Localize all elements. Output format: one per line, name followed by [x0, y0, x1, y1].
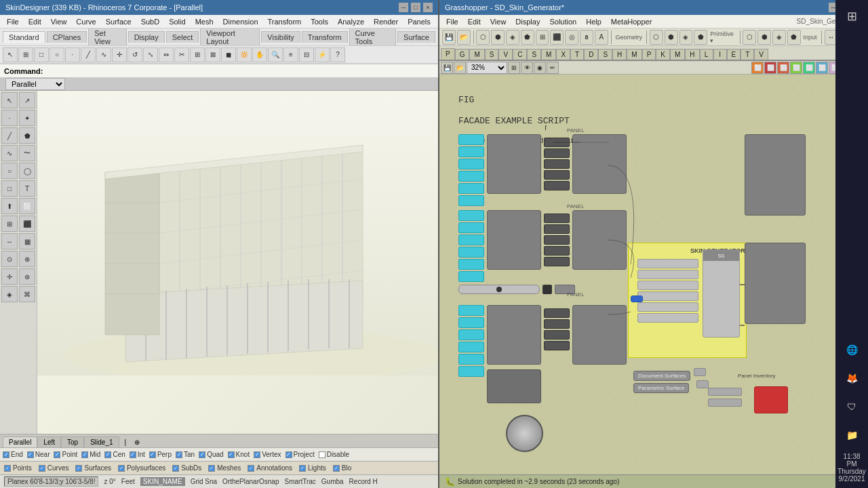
- gh-fit-view[interactable]: ⊞: [508, 62, 520, 74]
- tab-P[interactable]: P: [441, 48, 455, 60]
- gh-port-node3[interactable]: [458, 366, 484, 377]
- snap-perp-check[interactable]: ✓: [149, 451, 156, 458]
- gh-geom2[interactable]: ⬢: [491, 30, 505, 45]
- tab-V2[interactable]: V: [754, 49, 768, 60]
- tool-bolt[interactable]: ⚡: [315, 47, 330, 62]
- snap-tan-check[interactable]: ✓: [176, 451, 182, 458]
- slider-node-1[interactable]: [542, 285, 552, 294]
- rhino-window-controls[interactable]: ─ □ ×: [399, 3, 433, 12]
- tab-M4[interactable]: M: [670, 49, 685, 60]
- left-tool-gcon[interactable]: ⌘: [19, 286, 35, 302]
- tab-visibility[interactable]: Visibility: [261, 31, 300, 43]
- tab-G[interactable]: G: [455, 49, 470, 60]
- menu-surface[interactable]: Surface: [102, 16, 136, 27]
- left-tool-text[interactable]: T: [19, 180, 35, 197]
- gh-param-surface[interactable]: Parametric Surface: [633, 383, 689, 393]
- tool-move[interactable]: ✛: [112, 47, 127, 62]
- tab-M[interactable]: M: [469, 49, 484, 60]
- gh-param-surf-port[interactable]: [696, 380, 709, 388]
- left-tool-dim[interactable]: ↔: [1, 233, 18, 249]
- filter-meshes-check[interactable]: ✓: [208, 465, 215, 472]
- gh-dark-port3[interactable]: [544, 319, 570, 329]
- tab-S3[interactable]: S: [598, 49, 612, 60]
- filter-blocks[interactable]: ✓Blo: [333, 464, 351, 472]
- tab-L[interactable]: L: [700, 49, 713, 60]
- tab-cplanes[interactable]: CPlanes: [47, 31, 87, 43]
- snap-int[interactable]: ✓Int: [130, 451, 145, 458]
- tool-mirror[interactable]: ⇔: [159, 47, 174, 62]
- tool-paneling[interactable]: ⊟: [299, 47, 314, 62]
- gh-input1[interactable]: ⬡: [743, 30, 756, 45]
- snap-cen-check[interactable]: ✓: [104, 451, 111, 458]
- menu-analyze[interactable]: Analyze: [334, 16, 368, 27]
- tab-T2[interactable]: T: [741, 49, 754, 60]
- gh-eye-btn[interactable]: ◉: [534, 62, 546, 74]
- gh-port-node2[interactable]: [458, 247, 484, 258]
- gh-prim2[interactable]: ⬢: [665, 30, 678, 45]
- filter-subds-check[interactable]: ✓: [172, 465, 179, 472]
- left-tool-mesh[interactable]: ⊞: [1, 216, 18, 232]
- gh-wheel-node[interactable]: [506, 415, 543, 452]
- menu-panels[interactable]: Panels: [403, 16, 435, 27]
- maximize-btn[interactable]: □: [411, 3, 420, 12]
- gh-slider-1[interactable]: [458, 285, 540, 294]
- gh-port-node3[interactable]: [458, 305, 484, 316]
- gh-menu-view[interactable]: View: [486, 16, 511, 27]
- tool-shade[interactable]: ◼: [221, 47, 236, 62]
- gh-port-node2[interactable]: [458, 210, 484, 221]
- minimize-btn[interactable]: ─: [399, 3, 408, 12]
- snap-near-check[interactable]: ✓: [27, 451, 34, 458]
- gh-menu-metahopper[interactable]: MetaHopper: [607, 16, 656, 27]
- gh-color4[interactable]: ⬜: [790, 62, 802, 74]
- left-tool-extrude[interactable]: ⬆: [1, 198, 18, 214]
- snap-perp[interactable]: ✓Perp: [149, 451, 172, 458]
- menu-dimension[interactable]: Dimension: [219, 16, 262, 27]
- tab-surface[interactable]: Surface: [397, 31, 435, 43]
- skin-node-4[interactable]: [637, 291, 698, 301]
- snap-mid[interactable]: ✓Mid: [81, 451, 100, 458]
- win-icon-2[interactable]: 🦊: [838, 365, 865, 392]
- gh-pick-btn[interactable]: ✏: [547, 62, 559, 74]
- gh-red-panel-node[interactable]: [754, 386, 788, 413]
- tab-P2[interactable]: P: [642, 49, 656, 60]
- filter-points-check[interactable]: ✓: [4, 465, 11, 472]
- skin-gen-main-node[interactable]: SG: [703, 249, 740, 338]
- skin-node-2[interactable]: [637, 270, 698, 279]
- tab-S[interactable]: S: [485, 49, 499, 60]
- tool-pan[interactable]: ✋: [252, 47, 267, 62]
- tool-trim[interactable]: ✂: [174, 47, 189, 62]
- gh-dark-port3[interactable]: [544, 330, 570, 340]
- tab-H2[interactable]: H: [685, 49, 699, 60]
- gh-color2[interactable]: ⬜: [764, 62, 776, 74]
- filter-annotations-check[interactable]: ✓: [248, 465, 254, 472]
- tab-curve-tools[interactable]: Curve Tools: [349, 28, 397, 46]
- tab-M3[interactable]: M: [627, 49, 642, 60]
- snap-end[interactable]: ✓End: [3, 451, 23, 458]
- gh-port-node3[interactable]: [458, 329, 484, 340]
- tab-C[interactable]: C: [513, 49, 527, 60]
- left-tool-select2[interactable]: ↗: [19, 92, 35, 108]
- tool-join[interactable]: ⊞: [190, 47, 205, 62]
- gh-port-node3[interactable]: [458, 354, 484, 365]
- skin-node-5[interactable]: [637, 302, 698, 312]
- snap-disable[interactable]: Disable: [319, 451, 349, 458]
- menu-edit[interactable]: Edit: [24, 16, 45, 27]
- snap-mid-check[interactable]: ✓: [81, 451, 88, 458]
- left-tool-surf[interactable]: ⬜: [19, 198, 35, 214]
- snap-point[interactable]: ✓Point: [54, 451, 77, 458]
- gh-small-node-1[interactable]: [708, 388, 742, 396]
- gh-save-icon[interactable]: 💾: [442, 30, 456, 45]
- filter-surfaces[interactable]: ✓Surfaces: [75, 464, 111, 472]
- gh-color1[interactable]: ⬜: [751, 62, 764, 74]
- gh-center-node-2[interactable]: [487, 210, 541, 270]
- gh-right-node-2[interactable]: [572, 210, 627, 270]
- command-input[interactable]: [45, 67, 434, 75]
- tab-left[interactable]: Left: [37, 436, 61, 447]
- gh-color6[interactable]: ⬜: [816, 62, 828, 74]
- filter-blocks-check[interactable]: ✓: [333, 465, 340, 472]
- filter-lights[interactable]: ✓Lights: [299, 464, 326, 472]
- gh-port-node[interactable]: [458, 195, 484, 206]
- gh-small-node-2[interactable]: [708, 399, 742, 407]
- gh-geom9[interactable]: A: [595, 30, 608, 45]
- left-tool-hatch[interactable]: ▦: [19, 233, 35, 249]
